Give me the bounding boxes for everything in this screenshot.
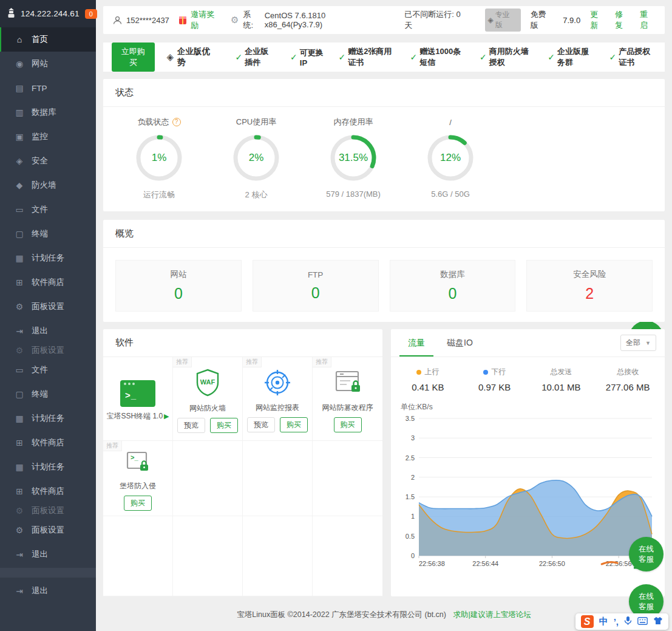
gauge-load[interactable]: 负载状态? 1% 运行流畅: [110, 115, 208, 200]
sidebar-item-label: 终端: [32, 389, 48, 400]
play-icon[interactable]: ▶: [164, 412, 169, 420]
cpu-cores-text: 2 核心: [245, 189, 268, 200]
overview-cards: 网站 0 FTP 0 数据库 0 安全风险 2: [103, 248, 665, 324]
sidebar-item[interactable]: ⌂ 首页: [0, 27, 96, 52]
software-grid: >_ 宝塔SSH终端 1.0▶ 推荐 WAF 网站防火墙 预览 购买: [103, 357, 382, 596]
sogou-logo-icon[interactable]: S: [581, 615, 594, 628]
panel-version: 7.9.0: [563, 16, 580, 25]
buy-button[interactable]: 购买: [280, 417, 308, 432]
feature-item: ✓赠送1000条短信: [410, 46, 466, 68]
recommend-badge: 推荐: [103, 441, 122, 451]
traffic-section: 流量 磁盘IO 全部 ▼ 上行 0.41 KB 下行 0.97 KB 总发送: [391, 329, 665, 596]
interface-filter-select[interactable]: 全部 ▼: [620, 335, 656, 351]
help-icon[interactable]: ?: [172, 118, 181, 126]
sidebar-item[interactable]: ⊞ 软件商店: [0, 431, 96, 455]
tab-traffic[interactable]: 流量: [399, 330, 433, 356]
overview-card-security-risk[interactable]: 安全风险 2: [526, 260, 653, 312]
overview-card-website[interactable]: 网站 0: [115, 260, 242, 312]
pro-edition-label: 专业版: [495, 10, 516, 30]
overview-card-database[interactable]: 数据库 0: [390, 260, 516, 312]
pro-edition-badge[interactable]: ◈ 专业版: [485, 9, 520, 32]
skin-shirt-icon[interactable]: [653, 616, 663, 627]
stat-upstream: 上行 0.41 KB: [395, 367, 461, 392]
update-button[interactable]: 更新: [590, 9, 605, 31]
sidebar-item[interactable]: ⚙ 面板设置: [0, 343, 96, 358]
tab-disk-io[interactable]: 磁盘IO: [438, 330, 481, 356]
load-status-text: 运行流畅: [143, 189, 175, 200]
sidebar-item[interactable]: ⇥ 退出: [0, 319, 96, 343]
sidebar-item-label: 计划任务: [32, 413, 64, 424]
preview-button[interactable]: 预览: [177, 418, 205, 433]
sidebar-item[interactable]: ⚙ 面板设置: [0, 518, 96, 542]
sidebar-item[interactable]: ⊞ 软件商店: [0, 270, 96, 295]
sidebar-item[interactable]: ⇥ 退出: [0, 579, 96, 603]
sidebar-item[interactable]: ▢ 终端: [0, 222, 96, 246]
sidebar-item[interactable]: ◉ 网站: [0, 52, 96, 76]
check-icon: ✓: [410, 52, 418, 62]
software-item-ssh-terminal[interactable]: >_ 宝塔SSH终端 1.0▶: [103, 357, 173, 441]
sidebar-item[interactable]: ▣ 监控: [0, 124, 96, 149]
sidebar: 124.222.244.61 0 ⌂ 首页 ◉ 网站 ▤ FTP ▥ 数据库 ▣…: [0, 0, 96, 631]
sidebar-item[interactable]: ⚙ 面板设置: [0, 295, 96, 319]
uptime-text: 已不间断运行: 0天: [404, 9, 466, 31]
software-item-waf[interactable]: 推荐 WAF 网站防火墙 预览 购买: [173, 357, 243, 441]
recommend-badge: 推荐: [173, 357, 192, 367]
waf-shield-icon: WAF: [194, 368, 222, 399]
copyright-text: 宝塔Linux面板 ©2014-2022 广东堡塔安全技术有限公司 (bt.cn…: [237, 610, 446, 619]
load-percent: 1%: [134, 132, 185, 183]
sidebar-item[interactable]: ◈ 安全: [0, 149, 96, 173]
ssh-terminal-icon: >_: [120, 380, 155, 407]
sidebar-item[interactable]: ⊞ 软件商店: [0, 479, 96, 503]
total-received-value: 277.06 MB: [606, 382, 650, 392]
software-empty-cell: [243, 516, 313, 596]
overview-card-ftp[interactable]: FTP 0: [253, 260, 379, 312]
intrusion-defense-icon: >_: [124, 449, 152, 477]
forum-link[interactable]: 求助|建议请上宝塔论坛: [453, 610, 531, 619]
account-group[interactable]: 152****2437: [113, 16, 169, 25]
sidebar-item[interactable]: ▭ 文件: [0, 358, 96, 382]
buy-button[interactable]: 购买: [334, 417, 362, 432]
punctuation-icon[interactable]: ’,: [614, 616, 619, 627]
check-icon: ✓: [235, 52, 242, 62]
svg-text:>_: >_: [131, 454, 138, 461]
server-ip: 124.222.244.61: [21, 9, 80, 18]
buy-button[interactable]: 购买: [124, 496, 152, 511]
system-info: ⚙ 系统: CentOS 7.6.1810 x86_64(Py3.7.9): [231, 9, 380, 31]
preview-button[interactable]: 预览: [247, 417, 275, 432]
sidebar-item[interactable]: ⚙ 面板设置: [0, 503, 96, 518]
message-count-badge[interactable]: 0: [85, 9, 97, 19]
buy-button[interactable]: 购买: [210, 418, 238, 433]
sidebar-item[interactable]: ▢ 终端: [0, 382, 96, 406]
traffic-chart: 00.511.522.533.522:56:3822:56:4422:56:50…: [398, 412, 658, 574]
online-service-button[interactable]: 在线客服: [629, 537, 664, 571]
invite-reward[interactable]: 邀请奖励: [179, 9, 221, 31]
sidebar-item[interactable]: ⇥ 退出: [0, 542, 96, 567]
stat-downstream: 下行 0.97 KB: [461, 367, 528, 392]
software-item-tamper-proof[interactable]: 推荐 网站防篡改程序 购买: [313, 357, 382, 441]
buy-now-button[interactable]: 立即购买: [112, 43, 155, 72]
sidebar-item[interactable]: ▦ 计划任务: [0, 246, 96, 270]
software-item-monitor-report[interactable]: 推荐 网站监控报表 预览 购买: [243, 357, 313, 441]
sidebar-item[interactable]: ▤ FTP: [0, 76, 96, 100]
software-item-intrusion-defense[interactable]: 推荐 >_ 堡塔防入侵 购买: [103, 441, 173, 516]
gauge-memory[interactable]: 内存使用率 31.5% 579 / 1837(MB): [305, 115, 402, 200]
check-icon: ✓: [609, 52, 617, 62]
svg-text:22:56:50: 22:56:50: [539, 560, 565, 567]
sidebar-item[interactable]: ▦ 计划任务: [0, 406, 96, 431]
keyboard-icon[interactable]: [637, 616, 648, 627]
panel-logo-row[interactable]: 124.222.244.61 0: [0, 0, 96, 27]
repair-button[interactable]: 修复: [615, 9, 630, 31]
sidebar-item[interactable]: ▭ 文件: [0, 197, 96, 222]
svg-text:0.5: 0.5: [406, 533, 415, 540]
sidebar-item[interactable]: ◆ 防火墙: [0, 173, 96, 197]
sidebar-item[interactable]: ▥ 数据库: [0, 100, 96, 124]
chinese-mode-icon[interactable]: 中: [599, 616, 608, 627]
invite-link[interactable]: 邀请奖励: [191, 9, 221, 31]
cron-icon: ▦: [15, 414, 24, 423]
feature-item: ✓产品授权证书: [609, 46, 656, 68]
gauge-disk-root[interactable]: / 12% 5.6G / 50G: [402, 115, 499, 200]
sidebar-item[interactable]: ▦ 计划任务: [0, 455, 96, 479]
mic-icon[interactable]: [624, 616, 632, 627]
gauge-cpu[interactable]: CPU使用率 2% 2 核心: [208, 115, 305, 200]
restart-button[interactable]: 重启: [640, 9, 655, 31]
